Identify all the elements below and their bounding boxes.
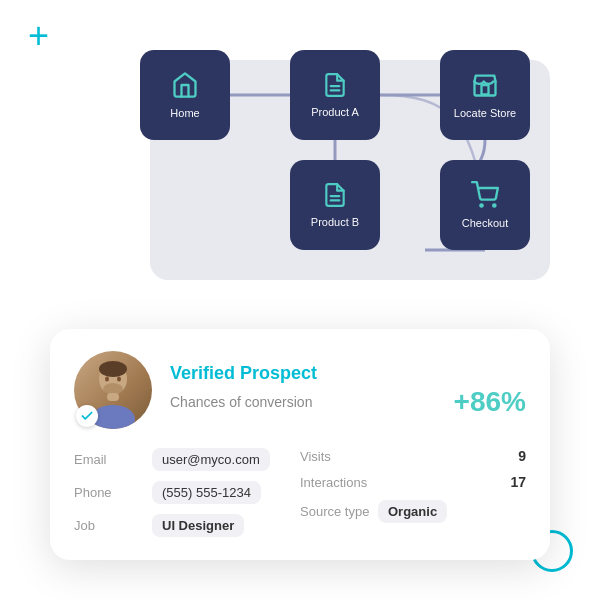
doc-icon-b	[322, 182, 348, 210]
phone-value: (555) 555-1234	[152, 481, 261, 504]
info-grid: Email user@myco.com Phone (555) 555-1234…	[74, 443, 526, 542]
home-icon	[171, 71, 199, 101]
node-product-b: Product B	[290, 160, 380, 250]
plus-decoration: +	[28, 18, 49, 54]
email-row: Email user@myco.com	[74, 443, 300, 476]
visits-row: Visits 9	[300, 443, 526, 469]
svg-point-6	[493, 204, 495, 206]
email-label: Email	[74, 452, 144, 467]
conversion-row: Chances of conversion +86%	[170, 386, 526, 418]
node-checkout: Checkout	[440, 160, 530, 250]
interactions-label: Interactions	[300, 475, 370, 490]
verified-title: Verified Prospect	[170, 363, 526, 384]
svg-point-10	[117, 377, 121, 382]
node-home: Home	[140, 50, 230, 140]
interactions-row: Interactions 17	[300, 469, 526, 495]
email-value: user@myco.com	[152, 448, 270, 471]
journey-map: Home Product A Locate Store	[110, 30, 570, 290]
source-value: Organic	[378, 500, 447, 523]
visits-label: Visits	[300, 449, 370, 464]
conversion-value: +86%	[454, 386, 526, 418]
job-label: Job	[74, 518, 144, 533]
node-product-b-label: Product B	[311, 216, 359, 228]
job-row: Job UI Designer	[74, 509, 300, 542]
node-checkout-label: Checkout	[462, 217, 508, 229]
cart-icon	[471, 181, 499, 211]
visits-value: 9	[518, 448, 526, 464]
profile-card: Verified Prospect Chances of conversion …	[50, 329, 550, 560]
node-locate-store-label: Locate Store	[454, 107, 516, 119]
svg-rect-12	[107, 393, 119, 401]
svg-rect-2	[482, 85, 489, 94]
left-fields: Email user@myco.com Phone (555) 555-1234…	[74, 443, 300, 542]
node-product-a-label: Product A	[311, 106, 359, 118]
right-fields: Visits 9 Interactions 17 Source type Org…	[300, 443, 526, 542]
store-icon	[471, 71, 499, 101]
node-product-a: Product A	[290, 50, 380, 140]
source-row: Source type Organic	[300, 495, 526, 528]
verified-badge	[76, 405, 98, 427]
avatar-wrapper	[74, 351, 152, 429]
phone-row: Phone (555) 555-1234	[74, 476, 300, 509]
node-locate-store: Locate Store	[440, 50, 530, 140]
phone-label: Phone	[74, 485, 144, 500]
interactions-value: 17	[510, 474, 526, 490]
source-label: Source type	[300, 504, 370, 519]
header-text: Verified Prospect Chances of conversion …	[170, 363, 526, 418]
job-value: UI Designer	[152, 514, 244, 537]
profile-header: Verified Prospect Chances of conversion …	[74, 351, 526, 429]
svg-point-5	[480, 204, 482, 206]
svg-point-8	[99, 361, 127, 377]
node-home-label: Home	[170, 107, 199, 119]
conversion-label: Chances of conversion	[170, 394, 312, 410]
doc-icon-a	[322, 72, 348, 100]
svg-point-9	[105, 377, 109, 382]
